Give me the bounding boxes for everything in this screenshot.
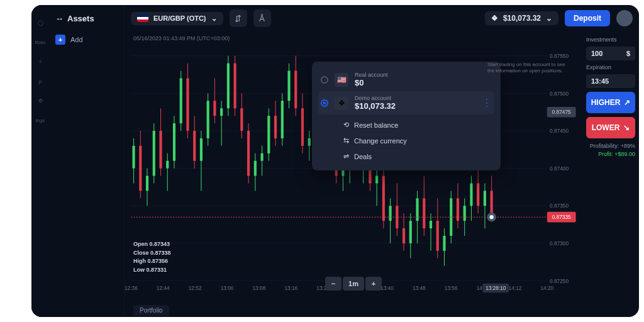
svg-rect-133 (484, 191, 486, 206)
svg-rect-81 (308, 138, 311, 146)
svg-text:0.87300: 0.87300 (550, 240, 569, 247)
svg-rect-65 (254, 161, 257, 176)
investments-input[interactable]: 100$ (586, 47, 635, 60)
ohlc-readout: Open 0.87343Close 0.87338High 0.87356Low… (133, 240, 171, 274)
topbar: EUR/GBP (OTC)⌄ ⇵ Å ❖$10,073.32⌄ Deposit (125, 5, 639, 31)
svg-rect-73 (281, 101, 284, 138)
pair-selector[interactable]: EUR/GBP (OTC)⌄ (131, 12, 223, 25)
svg-rect-113 (416, 198, 418, 221)
svg-rect-69 (267, 116, 270, 153)
reset-balance-button[interactable]: ⟲Reset balance (341, 117, 494, 133)
expiration-input[interactable]: 13:45 (586, 74, 635, 88)
svg-text:0.87475: 0.87475 (552, 109, 571, 115)
zoom-in-button[interactable]: + (365, 277, 382, 291)
svg-text:13:56: 13:56 (445, 285, 458, 291)
svg-rect-111 (409, 221, 412, 243)
balance-selector[interactable]: ❖$10,073.32⌄ (485, 11, 558, 25)
svg-rect-109 (402, 228, 405, 243)
lower-button[interactable]: LOWER↘ (586, 117, 635, 138)
svg-rect-29 (132, 146, 135, 169)
layers-icon: ❖ (335, 96, 348, 110)
svg-text:14:20: 14:20 (540, 285, 553, 291)
svg-text:13:08: 13:08 (253, 285, 266, 291)
svg-text:13:16: 13:16 (284, 285, 297, 291)
svg-text:0.87450: 0.87450 (550, 128, 569, 134)
indicator-tool[interactable]: ⇵ (230, 9, 247, 27)
chevron-down-icon: ⌄ (546, 14, 552, 23)
svg-rect-59 (234, 64, 236, 109)
svg-rect-79 (301, 108, 304, 146)
svg-text:0.87250: 0.87250 (550, 278, 569, 284)
svg-text:13:28:10: 13:28:10 (486, 285, 506, 291)
svg-rect-51 (207, 101, 209, 138)
svg-text:13:00: 13:00 (221, 285, 234, 291)
change-currency-button[interactable]: ⇆Change currency (341, 133, 494, 148)
zoom-out-button[interactable]: − (325, 277, 341, 291)
chart-area[interactable]: 05/16/2023 01:43:49 PM (UTC+03:00) 0.872… (125, 31, 582, 317)
svg-rect-129 (470, 183, 472, 206)
svg-text:0.87400: 0.87400 (550, 165, 569, 172)
svg-text:14:12: 14:12 (509, 285, 522, 291)
timeframe-button[interactable]: 1m (343, 277, 364, 291)
svg-point-145 (490, 215, 494, 219)
svg-text:13:40: 13:40 (380, 285, 394, 291)
radio-icon (321, 99, 328, 107)
svg-rect-117 (430, 221, 432, 228)
svg-rect-77 (294, 71, 297, 109)
assets-title: ↔Assets (55, 14, 118, 23)
plus-icon: + (55, 35, 65, 45)
nav-help-icon[interactable]: ? (39, 59, 42, 65)
assets-panel: ↔Assets +Add (49, 5, 125, 317)
nav-settings-icon[interactable]: ⚙ (38, 98, 43, 104)
svg-rect-47 (193, 131, 196, 161)
real-account-row[interactable]: 🇺🇸 Real account$0 (318, 68, 494, 91)
tab-portfolio[interactable]: Portfolio (133, 305, 169, 316)
drawing-tool[interactable]: Å (253, 9, 271, 27)
svg-text:13:48: 13:48 (413, 285, 426, 291)
svg-rect-71 (274, 116, 277, 138)
kebab-icon[interactable]: ⋮ (482, 97, 492, 109)
svg-text:0.87550: 0.87550 (550, 53, 569, 59)
svg-rect-41 (173, 123, 175, 161)
svg-rect-67 (260, 153, 263, 161)
svg-rect-63 (247, 131, 250, 176)
higher-button[interactable]: HIGHER↗ (586, 92, 635, 113)
chart-datetime: 05/16/2023 01:43:49 PM (UTC+03:00) (133, 35, 230, 42)
nav-portfolio-icon[interactable]: ◯ (38, 20, 43, 26)
svg-rect-127 (464, 206, 466, 221)
left-nav: ◯tfolio ?p ⚙ings (31, 5, 49, 317)
svg-rect-121 (443, 236, 445, 251)
svg-rect-115 (423, 198, 425, 228)
svg-rect-103 (382, 176, 385, 221)
svg-text:0.87500: 0.87500 (550, 91, 569, 97)
refresh-icon: ⟲ (343, 121, 349, 129)
svg-text:12:52: 12:52 (189, 285, 202, 291)
assets-expand-icon[interactable]: ↔ (55, 14, 64, 23)
svg-rect-31 (139, 146, 142, 191)
arrow-up-icon: ↗ (624, 98, 630, 107)
trade-panel: Investments 100$ Expiration 13:45 HIGHER… (582, 31, 639, 317)
svg-rect-35 (153, 131, 155, 176)
radio-icon (321, 76, 328, 84)
deals-button[interactable]: ⇌Deals (341, 148, 494, 164)
account-popup: 🇺🇸 Real account$0 ❖ Demo account$10,073.… (312, 62, 501, 170)
deposit-button[interactable]: Deposit (565, 10, 610, 26)
layers-icon: ❖ (491, 14, 498, 23)
svg-rect-37 (159, 131, 162, 169)
svg-rect-119 (436, 221, 439, 251)
svg-text:12:36: 12:36 (125, 285, 138, 291)
arrow-down-icon: ↘ (623, 123, 630, 132)
demo-account-row[interactable]: ❖ Demo account$10,073.32 ⋮ (318, 91, 494, 114)
swap-icon: ⇆ (343, 136, 349, 145)
app-window: ◯tfolio ?p ⚙ings ↔Assets +Add EUR/GBP (O… (31, 5, 639, 317)
chevron-down-icon: ⌄ (211, 14, 217, 23)
svg-rect-75 (287, 71, 290, 101)
add-asset-button[interactable]: +Add (55, 35, 118, 45)
avatar[interactable] (616, 10, 633, 26)
main-area: EUR/GBP (OTC)⌄ ⇵ Å ❖$10,073.32⌄ Deposit … (125, 5, 639, 317)
svg-rect-101 (375, 176, 378, 184)
flag-us-icon: 🇺🇸 (335, 73, 348, 87)
flag-icon (137, 14, 148, 22)
svg-rect-57 (227, 64, 230, 109)
svg-text:12:44: 12:44 (157, 285, 170, 291)
